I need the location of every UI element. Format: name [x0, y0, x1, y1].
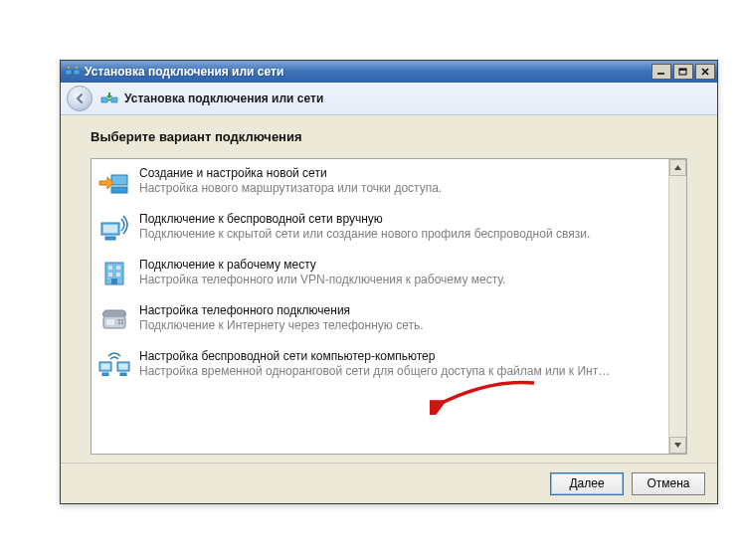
svg-point-26: [118, 322, 120, 324]
adhoc-network-icon: [97, 348, 131, 382]
svg-rect-32: [102, 373, 108, 376]
option-dialup[interactable]: Настройка телефонного подключения Подклю…: [92, 296, 668, 342]
option-title: Подключение к рабочему месту: [139, 258, 662, 273]
svg-rect-17: [108, 266, 112, 270]
svg-rect-10: [111, 97, 117, 102]
option-texts: Создание и настройка новой сети Настройк…: [139, 165, 662, 196]
option-connect-workplace[interactable]: Подключение к рабочему месту Настройка т…: [92, 251, 668, 296]
svg-rect-12: [111, 187, 127, 193]
option-desc: Настройка временной одноранговой сети дл…: [139, 364, 662, 379]
svg-point-3: [76, 67, 78, 69]
workplace-icon: [97, 257, 131, 290]
phone-dialup-icon: [97, 302, 131, 336]
content-area: Выберите вариант подключения Создание: [61, 115, 717, 463]
svg-rect-14: [103, 225, 117, 233]
svg-rect-20: [116, 273, 120, 277]
svg-point-24: [118, 319, 120, 321]
options-list: Создание и настройка новой сети Настройк…: [92, 159, 668, 454]
instruction-text: Выберите вариант подключения: [91, 129, 687, 144]
option-title: Создание и настройка новой сети: [139, 166, 662, 181]
app-icon: [65, 64, 81, 80]
option-desc: Подключение к Интернету через телефонную…: [139, 318, 662, 333]
option-texts: Подключение к беспроводной сети вручную …: [139, 211, 662, 242]
svg-rect-9: [101, 97, 107, 102]
svg-point-2: [68, 67, 70, 69]
option-texts: Настройка телефонного подключения Подклю…: [139, 302, 662, 333]
footer: Далее Отмена: [61, 463, 717, 503]
option-adhoc-wireless[interactable]: Настройка беспроводной сети компьютер-ко…: [92, 342, 668, 388]
wizard-window: Установка подключения или сети: [60, 60, 718, 504]
next-button[interactable]: Далее: [550, 472, 624, 495]
svg-point-27: [121, 322, 123, 324]
option-title: Настройка телефонного подключения: [139, 303, 662, 318]
scroll-down-button[interactable]: [669, 437, 686, 454]
svg-rect-31: [119, 364, 128, 370]
option-create-new-network[interactable]: Создание и настройка новой сети Настройк…: [92, 159, 668, 205]
next-button-label: Далее: [569, 476, 604, 490]
svg-point-25: [121, 319, 123, 321]
svg-rect-18: [116, 266, 120, 270]
option-manual-wireless[interactable]: Подключение к беспроводной сети вручную …: [92, 205, 668, 251]
svg-rect-19: [108, 273, 112, 277]
svg-rect-29: [101, 364, 110, 370]
svg-rect-23: [106, 319, 114, 325]
options-list-frame: Создание и настройка новой сети Настройк…: [91, 158, 687, 455]
router-setup-icon: [97, 165, 131, 199]
scroll-track[interactable]: [669, 176, 686, 437]
window-controls: [651, 64, 715, 80]
cancel-button-label: Отмена: [647, 476, 689, 490]
minimize-button[interactable]: [651, 64, 671, 80]
cancel-button[interactable]: Отмена: [632, 472, 705, 495]
option-title: Подключение к беспроводной сети вручную: [139, 212, 662, 227]
svg-rect-11: [111, 175, 127, 185]
option-desc: Подключение к скрытой сети или создание …: [139, 227, 662, 242]
maximize-button[interactable]: [673, 64, 693, 80]
back-button[interactable]: [67, 86, 93, 111]
scroll-up-button[interactable]: [669, 159, 686, 176]
svg-rect-21: [111, 279, 117, 284]
wireless-manual-icon: [97, 211, 131, 245]
svg-rect-15: [105, 237, 115, 240]
titlebar: Установка подключения или сети: [61, 61, 717, 83]
page-title: Установка подключения или сети: [124, 92, 323, 105]
option-texts: Настройка беспроводной сети компьютер-ко…: [139, 348, 662, 379]
close-button[interactable]: [695, 64, 715, 80]
option-desc: Настройка телефонного или VPN-подключени…: [139, 273, 662, 287]
network-setup-icon: [100, 90, 118, 107]
option-desc: Настройка нового маршрутизатора или точк…: [139, 181, 662, 196]
svg-rect-1: [74, 70, 80, 75]
option-texts: Подключение к рабочему месту Настройка т…: [139, 257, 662, 287]
header-strip: Установка подключения или сети: [61, 83, 717, 115]
svg-rect-33: [120, 373, 126, 376]
option-title: Настройка беспроводной сети компьютер-ко…: [139, 349, 662, 364]
svg-rect-0: [66, 70, 72, 75]
vertical-scrollbar[interactable]: [668, 159, 686, 454]
window-title: Установка подключения или сети: [85, 65, 651, 79]
